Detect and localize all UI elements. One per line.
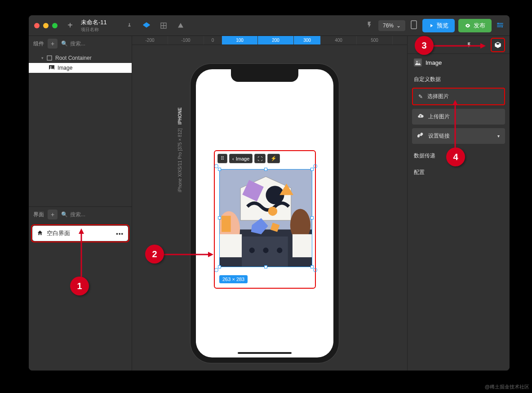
sidebar-left: 组件 + 🔍 搜索... ▾ Root Container Image	[29, 36, 132, 371]
zoom-dropdown[interactable]: 76% ⌄	[378, 20, 405, 31]
publish-button[interactable]: 发布	[458, 19, 492, 32]
publish-label: 发布	[474, 22, 485, 30]
canvas[interactable]: -200 -100 0 100 200 300 400 500 iPhone X…	[132, 36, 407, 371]
resize-handle[interactable]	[218, 265, 221, 268]
tree-root-container[interactable]: ▾ Root Container	[29, 53, 132, 63]
sidebar-right: Image 自定义数据 ✎ 选择图片 上传图片 设置链接 ▾ 数据传递 配置	[407, 36, 510, 371]
project-subtitle: 项目名称	[81, 27, 107, 33]
close-icon[interactable]	[34, 23, 40, 28]
page-name: 空白界面	[47, 229, 70, 237]
image-selection-box[interactable]: ⠿ ‹ Image ⛶ ⚡	[214, 150, 316, 289]
component-name: Image	[426, 59, 442, 66]
svg-point-5	[497, 22, 499, 24]
resize-handle[interactable]	[310, 265, 314, 268]
flash-icon[interactable]: ⚡	[267, 154, 280, 163]
svg-marker-29	[79, 228, 84, 234]
tab-data[interactable]	[491, 38, 505, 52]
image-icon	[414, 58, 422, 67]
eye-icon	[465, 22, 471, 29]
svg-point-8	[50, 67, 52, 68]
cloud-icon[interactable]	[176, 21, 185, 30]
resize-handle[interactable]	[264, 265, 267, 268]
svg-point-25	[277, 248, 282, 253]
svg-point-24	[263, 248, 268, 253]
search-placeholder: 搜索...	[70, 40, 85, 48]
upload-image-button[interactable]: 上传图片	[412, 109, 505, 125]
svg-point-27	[417, 61, 418, 63]
preview-button[interactable]: 预览	[422, 19, 455, 32]
home-icon	[37, 230, 43, 237]
flash-icon[interactable]	[366, 21, 373, 30]
layers-icon[interactable]	[142, 21, 151, 30]
callout-4: 4	[446, 147, 465, 166]
resize-handle[interactable]	[310, 168, 314, 171]
minimize-icon[interactable]	[43, 23, 49, 28]
svg-marker-33	[480, 43, 486, 49]
image-toolbar: ⠿ ‹ Image ⛶ ⚡	[217, 154, 280, 163]
titlebar: + 未命名-11 项目名称 76% ⌄ 预览 发布	[29, 15, 510, 36]
pencil-icon: ✎	[418, 94, 423, 100]
set-link-button[interactable]: 设置链接 ▾	[412, 128, 505, 144]
svg-marker-35	[452, 100, 458, 105]
page-more-button[interactable]: •••	[116, 230, 124, 237]
svg-rect-21	[220, 234, 242, 257]
section-custom-data: 自定义数据	[408, 71, 510, 88]
device-icon[interactable]	[411, 20, 417, 31]
watermark: @稀土掘金技术社区	[485, 384, 529, 390]
arrow-4	[452, 100, 458, 148]
preview-label: 预览	[437, 22, 448, 30]
add-page-button[interactable]: +	[48, 210, 58, 219]
resize-handle[interactable]	[310, 216, 314, 219]
zoom-value: 76%	[383, 22, 394, 29]
page-search[interactable]: 🔍 搜索...	[61, 211, 127, 219]
grid-icon[interactable]	[159, 21, 168, 30]
svg-rect-18	[222, 216, 231, 232]
chevron-down-icon: ▾	[41, 56, 44, 60]
svg-rect-20	[293, 234, 312, 257]
image-label: Image	[58, 65, 72, 71]
rotate-handle[interactable]	[313, 164, 317, 168]
rotate-handle[interactable]	[313, 268, 317, 272]
select-image-button[interactable]: ✎ 选择图片	[412, 88, 505, 105]
drag-handle-icon[interactable]: ⠿	[217, 154, 227, 163]
pages-label: 界面	[33, 211, 44, 219]
callout-3: 3	[415, 36, 434, 55]
component-name-row: Image	[408, 54, 510, 71]
callout-2: 2	[145, 245, 164, 263]
window-controls[interactable]	[34, 23, 58, 28]
resize-handle[interactable]	[264, 168, 267, 171]
component-search[interactable]: 🔍 搜索...	[61, 40, 127, 48]
app-window: + 未命名-11 项目名称 76% ⌄ 预览 发布	[29, 15, 510, 371]
rotate-handle[interactable]	[214, 164, 218, 168]
resize-handle[interactable]	[218, 168, 221, 171]
arrow-2	[164, 252, 213, 257]
svg-rect-6	[47, 56, 52, 60]
play-icon	[429, 23, 434, 28]
phone-notch	[231, 69, 298, 82]
fullscreen-icon[interactable]: ⛶	[254, 154, 266, 163]
ruler-horizontal: -200 -100 0 100 200 300 400 500	[132, 36, 407, 45]
breadcrumb-image[interactable]: ‹ Image	[229, 154, 253, 163]
section-config[interactable]: 配置	[408, 164, 510, 181]
maximize-icon[interactable]	[52, 23, 58, 28]
svg-point-14	[268, 206, 278, 216]
add-component-button[interactable]: +	[48, 39, 58, 49]
settings-icon[interactable]	[496, 21, 504, 31]
pages-header: 界面 + 🔍 搜索...	[29, 207, 132, 222]
project-title[interactable]: 未命名-11 项目名称	[81, 18, 107, 33]
upload-icon	[417, 113, 424, 121]
resize-handle[interactable]	[218, 216, 221, 219]
add-project-button[interactable]: +	[64, 19, 76, 32]
pin-icon[interactable]	[125, 21, 134, 30]
components-header: 组件 + 🔍 搜索...	[29, 36, 132, 51]
image-element[interactable]	[219, 169, 312, 267]
container-icon	[46, 55, 53, 61]
phone-frame: iPhone X/XS/11 Pro [375 × 812] IPHONE ⠿ …	[191, 64, 339, 363]
rotate-handle[interactable]	[214, 268, 218, 272]
image-icon	[49, 65, 55, 71]
placeholder-illustration	[220, 170, 312, 267]
arrow-3	[434, 43, 486, 49]
tree-image-item[interactable]: Image	[29, 63, 132, 73]
root-label: Root Container	[55, 55, 92, 61]
toolbar	[125, 21, 185, 30]
